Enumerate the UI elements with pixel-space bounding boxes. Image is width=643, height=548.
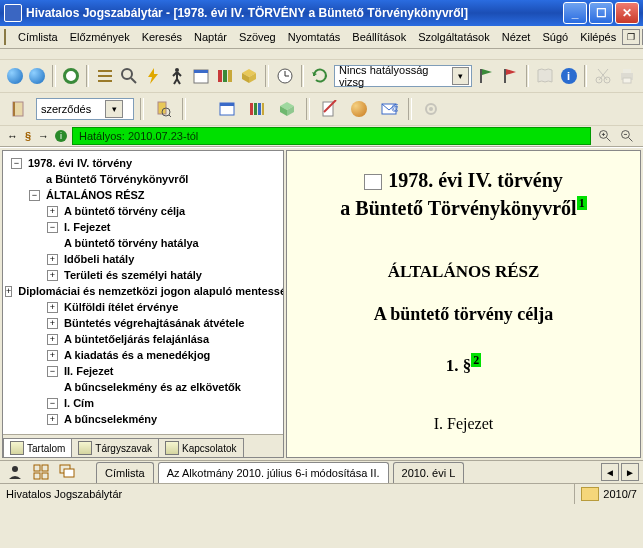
doc-tab-2010-l[interactable]: 2010. évi L bbox=[393, 462, 465, 483]
nav-right-icon[interactable]: → bbox=[37, 127, 50, 145]
expand-icon[interactable]: + bbox=[47, 302, 58, 313]
doc-section-1: 1. §2 bbox=[305, 353, 622, 376]
tabs-scroll-left[interactable]: ◄ bbox=[601, 463, 619, 481]
tree-node[interactable]: −1978. évi IV. törvény bbox=[5, 155, 281, 171]
books-icon[interactable] bbox=[215, 63, 235, 89]
list-icon[interactable] bbox=[95, 63, 115, 89]
expand-icon[interactable]: + bbox=[47, 350, 58, 361]
refresh-icon[interactable] bbox=[310, 63, 330, 89]
tree-node[interactable]: −II. Fejezet bbox=[5, 363, 281, 379]
tree-node[interactable]: a Büntető Törvénykönyvről bbox=[5, 171, 281, 187]
tile-windows-icon[interactable] bbox=[30, 462, 52, 482]
tree-node[interactable]: +Büntetés végrehajtásának átvétele bbox=[5, 315, 281, 331]
tabs-scroll-right[interactable]: ► bbox=[621, 463, 639, 481]
tree-node[interactable]: +Diplomáciai és nemzetközi jogon alapuló… bbox=[5, 283, 281, 299]
expand-icon[interactable]: + bbox=[47, 318, 58, 329]
tree-node[interactable]: −I. Fejezet bbox=[5, 219, 281, 235]
find-book-icon[interactable] bbox=[150, 96, 176, 122]
menu-elozmenyek[interactable]: Előzmények bbox=[64, 29, 136, 45]
info-icon[interactable]: i bbox=[559, 63, 577, 89]
mdi-restore-button[interactable]: ❐ bbox=[622, 29, 640, 45]
globe-right-icon[interactable] bbox=[28, 63, 46, 89]
books-color-icon[interactable] bbox=[244, 96, 270, 122]
globe-left-icon[interactable] bbox=[6, 63, 24, 89]
tree-tab-kapcsolatok[interactable]: Kapcsolatok bbox=[158, 438, 243, 457]
expand-icon[interactable]: + bbox=[47, 270, 58, 281]
menu-nyomtatas[interactable]: Nyomtatás bbox=[282, 29, 347, 45]
lightning-icon[interactable] bbox=[143, 63, 163, 89]
menu-szoveg[interactable]: Szöveg bbox=[233, 29, 282, 45]
world-settings-icon[interactable] bbox=[346, 96, 372, 122]
menu-szolgaltatasok[interactable]: Szolgáltatások bbox=[412, 29, 496, 45]
collapse-icon[interactable]: − bbox=[47, 222, 58, 233]
nav-left-icon[interactable]: ↔ bbox=[6, 127, 19, 145]
menu-sugo[interactable]: Súgó bbox=[536, 29, 574, 45]
collapse-icon[interactable]: − bbox=[47, 398, 58, 409]
collapse-icon[interactable]: − bbox=[47, 366, 58, 377]
tree-node[interactable]: +Területi és személyi hatály bbox=[5, 267, 281, 283]
close-button[interactable]: ✕ bbox=[615, 2, 639, 24]
expand-icon[interactable]: + bbox=[47, 254, 58, 265]
menu-cimlista[interactable]: Címlista bbox=[12, 29, 64, 45]
gear-icon[interactable] bbox=[418, 96, 444, 122]
search-icon[interactable] bbox=[119, 63, 139, 89]
window-icon[interactable] bbox=[214, 96, 240, 122]
tree-node-label: I. Cím bbox=[62, 396, 96, 410]
box-icon[interactable] bbox=[239, 63, 259, 89]
menu-nezet[interactable]: Nézet bbox=[496, 29, 537, 45]
minimize-button[interactable]: _ bbox=[563, 2, 587, 24]
chevron-down-icon[interactable]: ▾ bbox=[105, 100, 123, 118]
tree-node[interactable]: +A büntetőeljárás felajánlása bbox=[5, 331, 281, 347]
run-icon[interactable] bbox=[167, 63, 187, 89]
info-small-icon[interactable]: i bbox=[54, 127, 68, 145]
book-open-icon[interactable] bbox=[535, 63, 555, 89]
chevron-down-icon[interactable]: ▾ bbox=[452, 67, 469, 85]
footnote-ref-2[interactable]: 2 bbox=[471, 353, 481, 367]
footnote-ref-1[interactable]: 1 bbox=[577, 196, 587, 210]
menu-kereses[interactable]: Keresés bbox=[136, 29, 188, 45]
maximize-button[interactable]: ☐ bbox=[589, 2, 613, 24]
edit-doc-icon[interactable] bbox=[316, 96, 342, 122]
mail-icon[interactable]: @ bbox=[376, 96, 402, 122]
tree-node[interactable]: −ÁLTALÁNOS RÉSZ bbox=[5, 187, 281, 203]
tree-node[interactable]: +A kiadatás és a menedékjog bbox=[5, 347, 281, 363]
doc-tab-cimlista[interactable]: Címlista bbox=[96, 462, 154, 483]
expand-icon[interactable]: + bbox=[5, 286, 12, 297]
menu-naptar[interactable]: Naptár bbox=[188, 29, 233, 45]
package-icon[interactable] bbox=[274, 96, 300, 122]
zoom-out-icon[interactable] bbox=[617, 127, 637, 145]
tree-tab-tartalom[interactable]: Tartalom bbox=[3, 438, 72, 457]
content-pane[interactable]: 1978. évi IV. törvény a Büntető Törvényk… bbox=[286, 150, 641, 458]
tree-tab-targyszavak[interactable]: Tárgyszavak bbox=[71, 438, 159, 457]
calendar-icon[interactable] bbox=[191, 63, 211, 89]
expand-icon[interactable]: + bbox=[47, 414, 58, 425]
validity-combo[interactable]: Nincs hatályosság vizsg ▾ bbox=[334, 65, 472, 87]
tree-node[interactable]: A bűncselekmény és az elkövetők bbox=[5, 379, 281, 395]
tree-node[interactable]: +Időbeli hatály bbox=[5, 251, 281, 267]
zoom-in-icon[interactable] bbox=[595, 127, 615, 145]
tree-node[interactable]: A büntető törvény hatálya bbox=[5, 235, 281, 251]
collapse-icon[interactable]: − bbox=[11, 158, 22, 169]
flag-green-icon[interactable] bbox=[476, 63, 496, 89]
collapse-icon[interactable]: − bbox=[29, 190, 40, 201]
tree-node[interactable]: +A büntető törvény célja bbox=[5, 203, 281, 219]
menu-kilepes[interactable]: Kilépés bbox=[574, 29, 622, 45]
user-icon[interactable] bbox=[4, 462, 26, 482]
law-book-icon[interactable] bbox=[6, 96, 32, 122]
print-icon[interactable] bbox=[617, 63, 637, 89]
expand-icon[interactable]: + bbox=[47, 206, 58, 217]
doc-tab-alkotmany[interactable]: Az Alkotmány 2010. július 6-i módosítása… bbox=[158, 462, 389, 483]
tree-node[interactable]: −I. Cím bbox=[5, 395, 281, 411]
section-icon[interactable]: § bbox=[23, 127, 33, 145]
clock-icon[interactable] bbox=[275, 63, 295, 89]
tree-node[interactable]: +A bűncselekmény bbox=[5, 411, 281, 427]
cut-icon[interactable] bbox=[593, 63, 613, 89]
flag-red-icon[interactable] bbox=[500, 63, 520, 89]
menu-beallitasok[interactable]: Beállítások bbox=[346, 29, 412, 45]
keyword-combo[interactable]: szerződés ▾ bbox=[36, 98, 134, 120]
cascade-windows-icon[interactable] bbox=[56, 462, 78, 482]
expand-icon[interactable]: + bbox=[47, 334, 58, 345]
target-icon[interactable] bbox=[62, 63, 80, 89]
tree-node[interactable]: +Külföldi ítélet érvénye bbox=[5, 299, 281, 315]
tree-body[interactable]: −1978. évi IV. törvénya Büntető Törvényk… bbox=[3, 151, 283, 434]
